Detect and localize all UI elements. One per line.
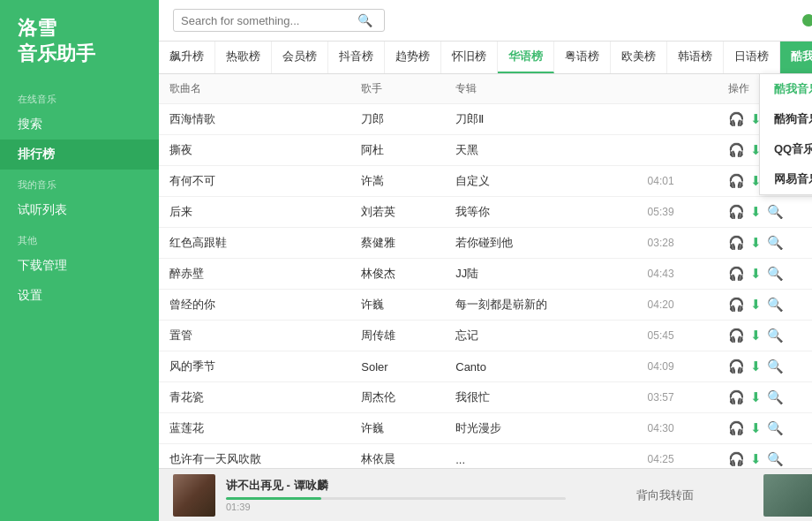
song-duration: 04:43 bbox=[637, 259, 718, 290]
tab-korean[interactable]: 韩语榜 bbox=[667, 42, 724, 73]
table-row: 撕夜 阿杜 天黑 🎧 ⬇ 🔍 bbox=[159, 135, 812, 166]
song-duration: 05:39 bbox=[637, 197, 718, 228]
play-icon[interactable]: 🎧 bbox=[728, 111, 745, 127]
download-icon[interactable]: ⬇ bbox=[750, 235, 762, 251]
search-icon[interactable]: 🔍 bbox=[357, 13, 372, 27]
dropdown-item-kuwo[interactable]: 酷我音乐 bbox=[760, 74, 812, 104]
song-artist: 林依晨 bbox=[350, 444, 445, 469]
table-row: 置管 周传雄 忘记 05:45 🎧 ⬇ 🔍 bbox=[159, 321, 812, 351]
play-icon[interactable]: 🎧 bbox=[728, 266, 745, 282]
table-row: 西海情歌 刀郎 刀郎Ⅱ 🎧 ⬇ 🔍 bbox=[159, 104, 812, 135]
song-artist: 许巍 bbox=[350, 290, 445, 321]
tab-kuwo[interactable]: 酷我音乐 酷我音乐 酷狗音乐 QQ音乐 网易音乐 bbox=[780, 42, 812, 73]
song-duration bbox=[637, 104, 718, 135]
search-detail-icon[interactable]: 🔍 bbox=[767, 451, 784, 467]
song-name: 风的季节 bbox=[159, 351, 350, 382]
search-input[interactable] bbox=[181, 14, 357, 27]
song-album: 若你碰到他 bbox=[445, 228, 636, 259]
player-cover-art bbox=[763, 474, 812, 517]
download-icon[interactable]: ⬇ bbox=[750, 266, 762, 282]
play-icon[interactable]: 🎧 bbox=[728, 359, 745, 374]
main-content: 🔍 飙升榜 热歌榜 会员榜 抖音榜 趋势榜 怀旧榜 华语榜 粤语榜 欧美榜 韩语… bbox=[159, 0, 812, 521]
tab-trend[interactable]: 趋势榜 bbox=[385, 42, 441, 73]
song-table: 歌曲名 歌手 专辑 操作 西海情歌 刀郎 刀郎Ⅱ 🎧 ⬇ 🔍 bbox=[159, 74, 812, 468]
tab-billboard[interactable]: 飙升榜 bbox=[159, 42, 215, 73]
song-artist: 林俊杰 bbox=[350, 259, 445, 290]
search-detail-icon[interactable]: 🔍 bbox=[767, 389, 784, 405]
search-detail-icon[interactable]: 🔍 bbox=[767, 328, 784, 344]
play-icon[interactable]: 🎧 bbox=[728, 420, 745, 436]
play-icon[interactable]: 🎧 bbox=[728, 142, 745, 158]
player-title: 讲不出再见 - 谭咏麟 bbox=[226, 478, 566, 494]
song-name: 西海情歌 bbox=[159, 104, 350, 135]
tab-japanese[interactable]: 日语榜 bbox=[724, 42, 780, 73]
tab-hot[interactable]: 热歌榜 bbox=[215, 42, 272, 73]
song-artist: 周传雄 bbox=[350, 321, 445, 351]
dropdown-item-kugou[interactable]: 酷狗音乐 bbox=[760, 104, 812, 134]
dropdown-item-qq[interactable]: QQ音乐 bbox=[760, 134, 812, 164]
song-album: 天黑 bbox=[445, 135, 636, 166]
download-icon[interactable]: ⬇ bbox=[750, 451, 762, 467]
song-name: 撕夜 bbox=[159, 135, 350, 166]
search-detail-icon[interactable]: 🔍 bbox=[767, 235, 784, 251]
minimize-button[interactable] bbox=[802, 14, 812, 26]
download-icon[interactable]: ⬇ bbox=[750, 359, 762, 374]
play-icon[interactable]: 🎧 bbox=[728, 173, 745, 189]
tab-western[interactable]: 欧美榜 bbox=[611, 42, 667, 73]
song-artist: 刘若英 bbox=[350, 197, 445, 228]
download-icon[interactable]: ⬇ bbox=[750, 204, 762, 220]
sidebar-item-download[interactable]: 下载管理 bbox=[0, 251, 159, 281]
topbar: 🔍 bbox=[159, 0, 812, 42]
table-row: 红色高跟鞋 蔡健雅 若你碰到他 03:28 🎧 ⬇ 🔍 bbox=[159, 228, 812, 259]
play-icon[interactable]: 🎧 bbox=[728, 389, 745, 405]
download-icon[interactable]: ⬇ bbox=[750, 420, 762, 436]
player-info: 讲不出再见 - 谭咏麟 01:39 bbox=[226, 478, 566, 512]
sidebar-item-settings[interactable]: 设置 bbox=[0, 281, 159, 311]
tab-chinese[interactable]: 华语榜 bbox=[498, 42, 554, 73]
song-name: 有何不可 bbox=[159, 166, 350, 197]
song-album: 我很忙 bbox=[445, 382, 636, 413]
song-artist: 蔡健雅 bbox=[350, 228, 445, 259]
player-progress-fill bbox=[226, 497, 321, 500]
search-detail-icon[interactable]: 🔍 bbox=[767, 266, 784, 282]
section-other-label: 其他 bbox=[0, 225, 159, 251]
song-name: 醉赤壁 bbox=[159, 259, 350, 290]
search-detail-icon[interactable]: 🔍 bbox=[767, 297, 784, 313]
song-album: JJ陆 bbox=[445, 259, 636, 290]
song-album: 忘记 bbox=[445, 321, 636, 351]
play-icon[interactable]: 🎧 bbox=[728, 204, 745, 220]
play-icon[interactable]: 🎧 bbox=[728, 451, 745, 467]
col-artist: 歌手 bbox=[350, 74, 445, 104]
search-detail-icon[interactable]: 🔍 bbox=[767, 359, 784, 374]
song-name: 青花瓷 bbox=[159, 382, 350, 413]
search-detail-icon[interactable]: 🔍 bbox=[767, 420, 784, 436]
sidebar-item-trial[interactable]: 试听列表 bbox=[0, 195, 159, 225]
tab-douyin[interactable]: 抖音榜 bbox=[328, 42, 385, 73]
play-icon[interactable]: 🎧 bbox=[728, 235, 745, 251]
play-icon[interactable]: 🎧 bbox=[728, 328, 745, 344]
table-row: 也许有一天风吹散 林依晨 ... 04:25 🎧 ⬇ 🔍 bbox=[159, 444, 812, 469]
tab-cantonese[interactable]: 粤语榜 bbox=[554, 42, 611, 73]
sidebar-item-charts[interactable]: 排行榜 bbox=[0, 140, 159, 170]
download-icon[interactable]: ⬇ bbox=[750, 297, 762, 313]
download-icon[interactable]: ⬇ bbox=[750, 389, 762, 405]
song-album: 我等你 bbox=[445, 197, 636, 228]
play-icon[interactable]: 🎧 bbox=[728, 297, 745, 313]
song-artist: Soler bbox=[350, 351, 445, 382]
player-progress-bar[interactable] bbox=[226, 497, 566, 500]
sidebar-item-search[interactable]: 搜索 bbox=[0, 109, 159, 140]
search-detail-icon[interactable]: 🔍 bbox=[767, 204, 784, 220]
song-table-area: 歌曲名 歌手 专辑 操作 西海情歌 刀郎 刀郎Ⅱ 🎧 ⬇ 🔍 bbox=[159, 74, 812, 468]
song-artist: 阿杜 bbox=[350, 135, 445, 166]
song-album: ... bbox=[445, 444, 636, 469]
logo: 洛雪 音乐助手 bbox=[0, 0, 159, 84]
table-row: 醉赤壁 林俊杰 JJ陆 04:43 🎧 ⬇ 🔍 bbox=[159, 259, 812, 290]
window-controls bbox=[802, 14, 812, 26]
song-duration: 04:25 bbox=[637, 444, 718, 469]
tab-vip[interactable]: 会员榜 bbox=[272, 42, 328, 73]
tab-classic[interactable]: 怀旧榜 bbox=[441, 42, 498, 73]
dropdown-item-netease[interactable]: 网易音乐 bbox=[760, 164, 812, 194]
download-icon[interactable]: ⬇ bbox=[750, 328, 762, 344]
source-dropdown: 酷我音乐 酷狗音乐 QQ音乐 网易音乐 bbox=[759, 73, 812, 195]
table-row: 有何不可 许嵩 自定义 04:01 🎧 ⬇ 🔍 bbox=[159, 166, 812, 197]
